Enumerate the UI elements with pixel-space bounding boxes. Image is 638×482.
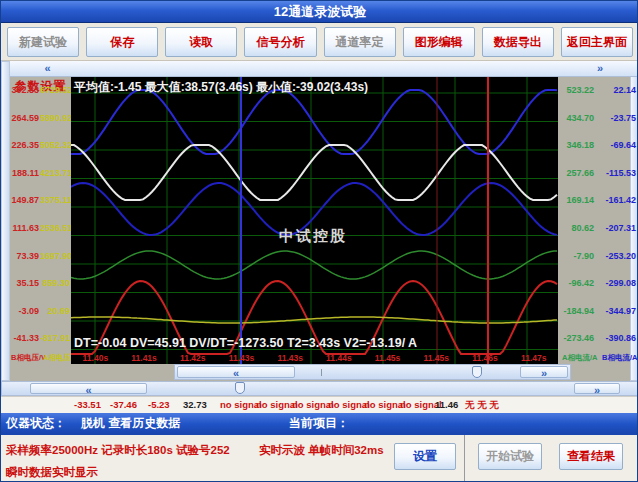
toolbar-button-new-test[interactable]: 新建试验 — [7, 27, 79, 57]
axis-row-left-4: 149.873375.11 — [10, 194, 71, 206]
axis-row-right-5: 80.62-207.31 — [558, 222, 638, 234]
main-scroll-left-button[interactable]: « — [30, 383, 147, 394]
time-tick-label: 11.46s — [461, 353, 510, 364]
time-axis: 11.40s11.41s11.42s11.43s11.43s11.44s11.4… — [71, 353, 558, 364]
toolbar-button-signal-analysis[interactable]: 信号分析 — [244, 27, 316, 57]
readout-value-11: 无 无 无 — [465, 399, 499, 412]
axis-row-left-7: 35.15859.30 — [10, 277, 71, 289]
axis-row-left-2: 226.355052.32 — [10, 139, 71, 151]
time-tick-label: 11.45s — [412, 353, 461, 364]
toolbar-button-return-main[interactable]: 返回主界面 — [561, 27, 633, 57]
right-value-b: -299.08 — [600, 277, 636, 289]
start-test-button[interactable]: 开始试验 — [478, 443, 542, 470]
scroll-right-button[interactable]: » — [520, 366, 568, 378]
left-value-b: -817.91 — [40, 332, 70, 344]
left-value-b: 1697.90 — [40, 250, 70, 262]
toolbar-button-graph-edit[interactable]: 图形编辑 — [403, 27, 475, 57]
right-value-b: 22.14 — [600, 84, 636, 96]
right-axis-label-blue: B相电流/A — [602, 353, 638, 362]
right-value-b: -390.86 — [600, 332, 636, 344]
right-value-b: -344.97 — [600, 305, 636, 317]
right-parameter-panel: 523.2222.14434.70-23.75346.18-69.64257.6… — [558, 77, 638, 381]
readout-value-10: 11.46 — [435, 399, 458, 410]
waveform-canvas[interactable] — [71, 77, 558, 364]
axis-row-left-8: -3.0920.69 — [10, 305, 71, 317]
expand-right-button[interactable]: » — [565, 61, 635, 76]
left-value-b: 4213.71 — [40, 167, 70, 179]
right-value-b: -253.20 — [600, 250, 636, 262]
main-scroll-right-button[interactable]: » — [574, 383, 620, 394]
collapse-left-button[interactable]: « — [20, 61, 75, 76]
left-axis-label-red: B相电压/V — [11, 353, 46, 362]
left-value-a: 35.15 — [10, 277, 39, 289]
axis-row-right-9: -273.46-390.86 — [558, 332, 638, 344]
plot-stats-bottom: DT=-0.04 DV=45.91 DV/DT=-1273.50 T2=3.43… — [74, 336, 417, 350]
time-tick-label: 11.43s — [217, 353, 266, 364]
series-yellow-flat — [71, 317, 557, 323]
instrument-status-value: 脱机 查看历史数据 — [81, 413, 180, 433]
plot-zoom-scrollbar[interactable]: « » — [174, 364, 571, 380]
realtime-info: 实时示波 单帧时间32ms — [259, 443, 384, 458]
time-tick-label: 11.41s — [120, 353, 169, 364]
sampling-info: 采样频率25000Hz 记录时长180s 试验号252 — [6, 443, 230, 458]
toolbar-button-read[interactable]: 读取 — [165, 27, 237, 57]
right-value-b: -207.31 — [600, 222, 636, 234]
axis-row-right-2: 346.18-69.64 — [558, 139, 638, 151]
main-scroll-thumb[interactable] — [235, 382, 245, 394]
view-results-button[interactable]: 查看结果 — [559, 443, 623, 470]
right-value-b: -115.53 — [600, 167, 636, 179]
current-project-label: 当前项目： — [289, 413, 349, 433]
waveform-plot[interactable]: 平均值:-1.45 最大值:38.57(3.46s) 最小值:-39.02(3.… — [71, 77, 558, 364]
time-tick-label: 11.45s — [363, 353, 412, 364]
watermark: 中试控股 — [279, 227, 347, 246]
axis-row-left-5: 111.632536.51 — [10, 222, 71, 234]
left-axis-values: 302.836729.52264.595890.92226.355052.321… — [10, 84, 71, 354]
right-value-a: 434.70 — [560, 112, 594, 124]
main-scrollbar[interactable]: « » — [1, 381, 638, 396]
right-value-a: 346.18 — [560, 139, 594, 151]
right-value-b: -23.75 — [600, 112, 636, 124]
axis-row-left-1: 264.595890.92 — [10, 112, 71, 124]
app-window: 12通道录波试验 新建试验保存读取信号分析通道率定图形编辑数据导出返回主界面 «… — [0, 0, 638, 482]
right-value-b: -69.64 — [600, 139, 636, 151]
left-value-a: 226.35 — [10, 139, 39, 151]
bottom-divider — [464, 435, 465, 482]
toolbar-button-channel-calibration[interactable]: 通道率定 — [324, 27, 396, 57]
left-value-a: 188.11 — [10, 167, 39, 179]
zoom-scroll-thumb[interactable] — [472, 366, 482, 378]
right-axis-label-green: A相电流/A — [562, 353, 598, 362]
readout-value-0: -33.51 — [74, 399, 101, 410]
left-value-a: 302.83 — [10, 84, 39, 96]
left-edge-scrollbar[interactable] — [1, 61, 10, 381]
axis-row-right-8: -184.94-344.97 — [558, 305, 638, 317]
axis-row-left-6: 73.391697.90 — [10, 250, 71, 262]
top-scroll-bar: « » — [10, 61, 638, 77]
axis-row-right-7: -96.42-299.08 — [558, 277, 638, 289]
right-value-a: -184.94 — [560, 305, 594, 317]
right-axis-values: 523.2222.14434.70-23.75346.18-69.64257.6… — [558, 84, 638, 354]
readout-value-3: 32.73 — [183, 399, 207, 410]
axis-row-right-3: 257.66-115.53 — [558, 167, 638, 179]
scroll-left-button[interactable]: « — [177, 366, 295, 378]
right-value-a: -273.46 — [560, 332, 594, 344]
toolbar-button-save[interactable]: 保存 — [86, 27, 158, 57]
left-value-b: 2536.51 — [40, 222, 70, 234]
left-value-a: -41.33 — [10, 332, 39, 344]
instrument-status-label: 仪器状态： — [6, 413, 66, 433]
left-value-b: 20.69 — [40, 305, 70, 317]
bottom-panel: 采样频率25000Hz 记录时长180s 试验号252 实时示波 单帧时间32m… — [1, 433, 638, 482]
toolbar-button-data-export[interactable]: 数据导出 — [482, 27, 554, 57]
left-value-b: 3375.11 — [40, 194, 70, 206]
right-value-a: -96.42 — [560, 277, 594, 289]
left-value-b: 5890.92 — [40, 112, 70, 124]
right-value-a: 257.66 — [560, 167, 594, 179]
toolbar: 新建试验保存读取信号分析通道率定图形编辑数据导出返回主界面 — [1, 23, 638, 61]
status-bar: 仪器状态： 脱机 查看历史数据 当前项目： — [1, 413, 638, 433]
left-value-a: 111.63 — [10, 222, 39, 234]
readout-value-1: -37.46 — [110, 399, 137, 410]
readout-value-2: -5.23 — [148, 399, 170, 410]
axis-row-right-4: 169.14-161.42 — [558, 194, 638, 206]
settings-button[interactable]: 设置 — [394, 443, 456, 470]
right-value-a: -7.90 — [560, 250, 594, 262]
right-value-a: 523.22 — [560, 84, 594, 96]
